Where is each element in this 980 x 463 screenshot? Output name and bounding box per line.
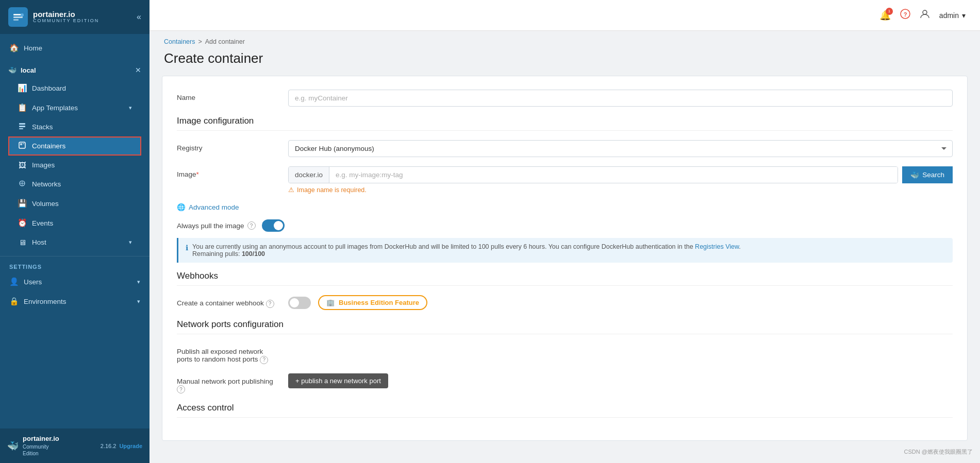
registry-select[interactable]: Docker Hub (anonymous)	[288, 140, 953, 157]
sidebar-item-users[interactable]: 👤 Users ▾	[0, 272, 150, 291]
svg-point-15	[923, 10, 927, 14]
breadcrumb-parent-link[interactable]: Containers	[164, 38, 195, 45]
advanced-mode-link[interactable]: 🌐 Advanced mode	[177, 203, 239, 211]
registries-view-link[interactable]: Registries View	[695, 243, 739, 250]
image-config-title: Image configuration	[177, 116, 953, 131]
publish-all-help-icon[interactable]: ?	[260, 356, 268, 364]
sidebar-label-containers: Containers	[32, 142, 132, 150]
sidebar-item-networks[interactable]: Networks	[8, 175, 141, 194]
breadcrumb: Containers > Add container	[150, 31, 980, 45]
sidebar-item-environments[interactable]: 🔒 Environments ▾	[0, 291, 150, 311]
sidebar-env-block: 🐳 local ✕ 📊 Dashboard 📋 App Templates ▾	[0, 58, 150, 256]
chevron-down-icon: ▾	[129, 105, 132, 111]
sidebar-item-home[interactable]: 🏠 Home	[0, 38, 150, 58]
app-templates-icon: 📋	[18, 103, 27, 112]
search-docker-icon: 🐳	[910, 171, 919, 179]
svg-point-3	[21, 13, 24, 16]
watermark: CSDN @燃夜使我眼圈黑了	[904, 448, 973, 456]
sidebar-label-app-templates: App Templates	[32, 104, 124, 112]
sidebar-item-images[interactable]: 🖼 Images	[8, 156, 141, 175]
portainer-logo-icon	[8, 7, 28, 27]
home-icon: 🏠	[9, 43, 19, 53]
page-title: Create container	[150, 45, 980, 76]
main-content: 🔔 1 ? admin ▾ Contain	[150, 0, 980, 463]
sidebar-nav: 🏠 Home 🐳 local ✕ 📊 Dashboard 📋 App Templ…	[0, 34, 150, 428]
search-button[interactable]: 🐳 Search	[902, 166, 953, 183]
image-prefix: docker.io	[289, 167, 329, 183]
publish-all-control	[288, 344, 953, 352]
settings-section-label: Settings	[0, 256, 150, 272]
app-title: portainer.io	[33, 10, 99, 19]
name-row: Name	[177, 90, 953, 107]
svg-rect-8	[20, 143, 22, 145]
env-close-button[interactable]: ✕	[135, 66, 141, 74]
sidebar-item-events[interactable]: ⏰ Events	[8, 213, 141, 233]
environments-icon: 🔒	[9, 297, 19, 306]
sidebar-label-events: Events	[32, 219, 132, 227]
notification-bell-icon[interactable]: 🔔 1	[879, 10, 891, 21]
webhook-toggle[interactable]	[288, 297, 311, 309]
dashboard-icon: 📊	[18, 83, 27, 93]
building-icon: 🏢	[326, 299, 335, 306]
always-pull-toggle[interactable]	[262, 219, 285, 232]
sidebar-item-containers[interactable]: Containers	[8, 136, 141, 156]
events-icon: ⏰	[18, 218, 27, 228]
svg-rect-5	[19, 126, 25, 127]
sidebar-label-users: Users	[24, 278, 132, 286]
host-icon: 🖥	[18, 238, 27, 247]
sidebar-label-dashboard: Dashboard	[32, 84, 132, 92]
sidebar-item-host[interactable]: 🖥 Host ▾	[8, 233, 141, 252]
manual-publishing-help-icon[interactable]: ?	[177, 385, 185, 393]
business-edition-badge[interactable]: 🏢 Business Edition Feature	[318, 295, 427, 310]
app-subtitle: COMMUNITY EDITION	[33, 19, 99, 24]
manual-publishing-control: + publish a new network port	[288, 373, 953, 388]
user-menu[interactable]: admin ▾	[939, 11, 966, 20]
sidebar-item-volumes[interactable]: 💾 Volumes	[8, 194, 141, 213]
sidebar-collapse-button[interactable]: «	[137, 12, 141, 22]
sidebar-item-stacks[interactable]: Stacks	[8, 117, 141, 136]
network-ports-title: Network ports configuration	[177, 319, 953, 334]
sidebar-footer: 🐳 portainer.io CommunityEdition 2.16.2 U…	[0, 428, 150, 463]
webhooks-title: Webhooks	[177, 271, 953, 286]
sidebar-logo-text: portainer.io COMMUNITY EDITION	[33, 10, 99, 24]
name-input[interactable]	[288, 90, 953, 107]
svg-rect-9	[23, 143, 24, 144]
sidebar-label-volumes: Volumes	[32, 200, 132, 208]
upgrade-button[interactable]: Upgrade	[119, 443, 142, 449]
access-control-title: Access control	[177, 403, 953, 418]
user-icon[interactable]	[920, 9, 930, 22]
publish-all-row: Publish all exposed network ports to ran…	[177, 344, 953, 364]
footer-version: 2.16.2	[101, 443, 117, 449]
sidebar-item-app-templates[interactable]: 📋 App Templates ▾	[8, 98, 141, 117]
svg-rect-2	[13, 19, 19, 21]
always-pull-label: Always pull the image ?	[177, 221, 256, 230]
manual-publishing-row: Manual network port publishing ? + publi…	[177, 373, 953, 394]
sidebar-item-dashboard[interactable]: 📊 Dashboard	[8, 78, 141, 98]
publish-all-label: Publish all exposed network ports to ran…	[177, 344, 280, 364]
publish-network-port-button[interactable]: + publish a new network port	[288, 373, 388, 388]
sidebar-label-images: Images	[32, 161, 132, 169]
sidebar-footer-edition: portainer.io CommunityEdition	[23, 435, 59, 457]
chevron-down-icon-user: ▾	[962, 11, 966, 20]
help-circle-icon[interactable]: ?	[900, 9, 910, 22]
search-button-label: Search	[922, 171, 944, 179]
content-area: Containers > Add container Create contai…	[150, 31, 980, 463]
image-error-message: ⚠ Image name is required.	[288, 186, 953, 194]
always-pull-help-icon[interactable]: ?	[247, 221, 256, 230]
image-control: docker.io 🐳 Search ⚠ Image name is requi…	[288, 166, 953, 194]
remaining-pulls-label: Remaining pulls:	[192, 250, 242, 258]
volumes-icon: 💾	[18, 199, 27, 208]
registry-label: Registry	[177, 140, 280, 152]
sidebar-env-header: 🐳 local ✕	[8, 62, 141, 78]
stacks-icon	[18, 123, 27, 131]
info-text: You are currently using an anonymous acc…	[192, 243, 741, 258]
form-container: Name Image configuration Registry Docker…	[162, 76, 968, 441]
image-input[interactable]	[329, 167, 898, 183]
topbar-username: admin	[939, 11, 959, 20]
always-pull-row: Always pull the image ?	[177, 219, 953, 232]
globe-icon: 🌐	[177, 203, 186, 211]
networks-icon	[18, 180, 27, 188]
advanced-mode-label: Advanced mode	[189, 203, 239, 211]
webhook-help-icon[interactable]: ?	[266, 300, 274, 308]
footer-logo-text: portainer.io	[23, 435, 59, 443]
